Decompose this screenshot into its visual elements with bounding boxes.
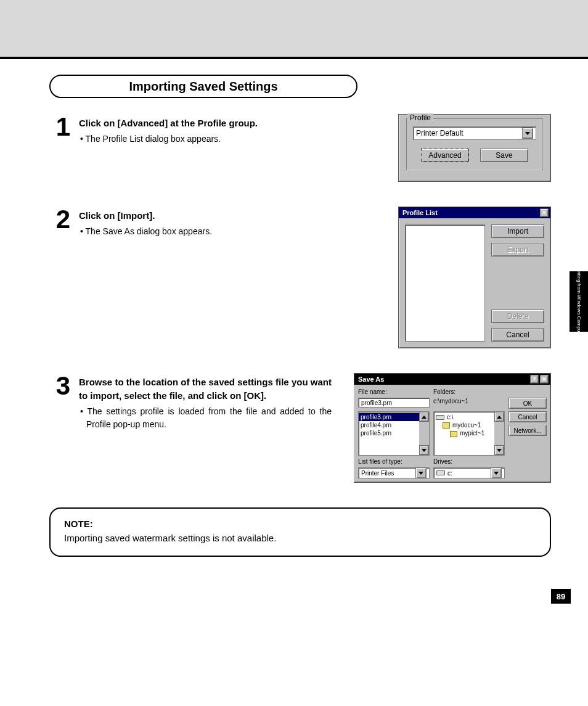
profile-group-panel: Profile Printer Default Advanced Save: [398, 114, 551, 182]
advanced-button[interactable]: Advanced: [421, 149, 469, 162]
drive-value: c:: [447, 470, 452, 477]
ok-button[interactable]: OK: [508, 398, 547, 409]
dialog-titlebar: Profile List ✕: [399, 207, 550, 218]
folder-item-label: mydocu~1: [452, 422, 481, 429]
scroll-down-icon[interactable]: [494, 445, 504, 455]
file-name-value: profile3.prn: [361, 400, 392, 406]
section-title: Importing Saved Settings: [129, 80, 277, 94]
step-figure: Profile List ✕ Import Export Delete Canc…: [398, 207, 551, 348]
delete-button[interactable]: Delete: [491, 310, 544, 323]
folder-item[interactable]: c:\: [434, 413, 494, 421]
dialog-titlebar: Save As ? ✕: [354, 374, 550, 385]
file-item-selected[interactable]: profile3.prn: [359, 413, 419, 421]
chevron-down-icon[interactable]: [522, 128, 533, 139]
step-1: 1 Click on [Advanced] at the Profile gro…: [49, 114, 551, 182]
list-type-combobox[interactable]: Printer Files: [358, 467, 430, 478]
profile-listbox[interactable]: [405, 224, 485, 342]
cancel-button[interactable]: Cancel: [491, 328, 544, 342]
cancel-button-label: Cancel: [518, 414, 537, 421]
page-number-value: 89: [557, 592, 565, 601]
scroll-down-icon[interactable]: [419, 445, 429, 455]
step-bullet-text: The settings profile is loaded from the …: [86, 406, 332, 430]
page-content: Importing Saved Settings 1 Click on [Adv…: [0, 59, 588, 612]
note-body: Importing saved watermark settings is no…: [64, 533, 536, 543]
folder-item[interactable]: mypict~1: [434, 429, 494, 437]
save-button-label: Save: [496, 151, 512, 160]
help-icon[interactable]: ?: [530, 375, 539, 384]
step-heading: Click on [Advanced] at the Profile group…: [79, 117, 332, 130]
list-type-value: Printer Files: [361, 470, 394, 477]
close-icon[interactable]: ✕: [540, 208, 549, 217]
step-number: 1: [49, 114, 70, 182]
scroll-up-icon[interactable]: [419, 412, 429, 422]
advanced-button-label: Advanced: [428, 151, 461, 160]
step-body: Click on [Import]. • The Save As dialog …: [79, 207, 332, 348]
drive-icon: [436, 415, 444, 420]
step-bullet: • The settings profile is loaded from th…: [79, 405, 332, 432]
folders-label: Folders:: [433, 388, 505, 395]
save-as-dialog: Save As ? ✕ File name: Folders:: [354, 373, 551, 483]
step-heading: Click on [Import].: [79, 209, 332, 223]
drives-combobox[interactable]: c:: [433, 467, 505, 478]
import-button[interactable]: Import: [491, 224, 544, 238]
scrollbar[interactable]: [419, 412, 429, 455]
page-number: 89: [551, 589, 571, 604]
dialog-title: Profile List: [402, 209, 438, 216]
file-item[interactable]: profile4.prn: [359, 421, 419, 429]
step-figure: Save As ? ✕ File name: Folders:: [354, 373, 551, 483]
network-button[interactable]: Network...: [508, 425, 547, 436]
chevron-down-icon[interactable]: [415, 467, 427, 478]
drives-label: Drives:: [433, 458, 505, 465]
step-heading: Browse to the location of the saved sett…: [79, 376, 332, 403]
step-bullet-text: The Save As dialog box appears.: [86, 226, 212, 236]
step-3: 3 Browse to the location of the saved se…: [49, 373, 551, 483]
folder-item-label: c:\: [447, 414, 454, 421]
ok-button-label: OK: [523, 400, 532, 407]
cancel-button[interactable]: Cancel: [508, 411, 547, 422]
step-bullet: • The Profile List dialog box appears.: [79, 133, 332, 146]
import-button-label: Import: [507, 227, 528, 236]
folder-icon: [443, 422, 450, 429]
delete-button-label: Delete: [507, 312, 529, 321]
dialog-title: Save As: [358, 376, 384, 383]
profile-list-dialog: Profile List ✕ Import Export Delete Canc…: [398, 207, 551, 348]
network-button-label: Network...: [514, 427, 542, 434]
list-type-label: List files of type:: [358, 458, 430, 465]
step-bullet-text: The Profile List dialog box appears.: [86, 134, 221, 144]
close-icon[interactable]: ✕: [540, 375, 549, 384]
drive-icon: [436, 470, 445, 475]
step-bullet: • The Save As dialog box appears.: [79, 225, 332, 239]
folder-item[interactable]: mydocu~1: [434, 421, 494, 429]
cancel-button-label: Cancel: [506, 330, 529, 339]
export-button-label: Export: [507, 245, 529, 254]
file-listbox[interactable]: profile3.prn profile4.prn profile5.prn: [358, 411, 430, 456]
chevron-down-icon[interactable]: [491, 467, 502, 478]
scrollbar[interactable]: [494, 412, 504, 455]
profile-combobox[interactable]: Printer Default: [413, 126, 536, 140]
file-item[interactable]: profile5.prn: [359, 429, 419, 437]
step-body: Click on [Advanced] at the Profile group…: [79, 114, 332, 182]
step-number: 3: [49, 373, 70, 483]
page-top-banner: [0, 0, 588, 59]
step-number: 2: [49, 207, 70, 348]
manual-page: Printing from Windows Computer Importing…: [0, 0, 588, 612]
profile-combobox-value: Printer Default: [416, 129, 463, 138]
folder-path: c:\mydocu~1: [433, 398, 505, 404]
file-name-input[interactable]: profile3.prn: [358, 398, 430, 408]
file-name-label: File name:: [358, 388, 430, 395]
profile-group-label: Profile: [407, 113, 433, 122]
folder-tree-listbox[interactable]: c:\ mydocu~1 mypict~1: [433, 411, 505, 456]
note-box: NOTE: Importing saved watermark settings…: [49, 507, 551, 557]
section-title-frame: Importing Saved Settings: [49, 75, 357, 98]
step-body: Browse to the location of the saved sett…: [79, 373, 332, 483]
note-title: NOTE:: [64, 519, 536, 529]
save-button[interactable]: Save: [480, 149, 528, 162]
folder-icon: [450, 431, 457, 437]
folder-item-label: mypict~1: [460, 430, 484, 437]
step-figure: Profile Printer Default Advanced Save: [398, 114, 551, 182]
scroll-up-icon[interactable]: [494, 412, 504, 422]
step-2: 2 Click on [Import]. • The Save As dialo…: [49, 207, 551, 348]
export-button[interactable]: Export: [491, 243, 544, 257]
